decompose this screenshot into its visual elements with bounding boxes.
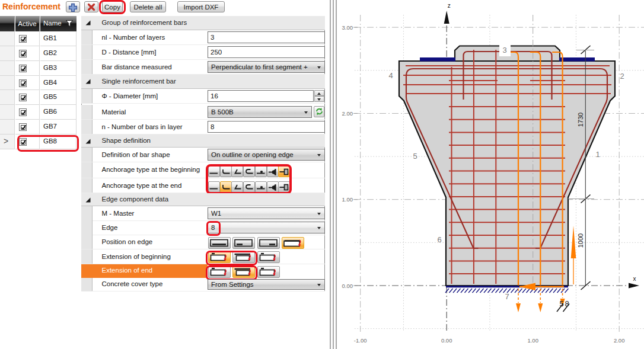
svg-text:x: x [633, 276, 636, 282]
svg-text:z: z [448, 2, 451, 9]
svg-text:4: 4 [388, 71, 393, 80]
svg-text:2: 2 [620, 72, 624, 81]
svg-text:1: 1 [595, 150, 600, 159]
svg-text:-1.00: -1.00 [354, 337, 367, 344]
svg-text:3: 3 [502, 46, 506, 55]
svg-text:5: 5 [413, 152, 417, 161]
svg-text:1730: 1730 [577, 113, 584, 127]
svg-text:2.00: 2.00 [614, 337, 625, 344]
svg-text:1000: 1000 [577, 233, 584, 248]
svg-text:2.00: 2.00 [342, 110, 353, 117]
svg-text:1.00: 1.00 [527, 337, 538, 344]
svg-text:0.00: 0.00 [342, 283, 353, 289]
svg-text:7: 7 [505, 292, 509, 301]
svg-text:0.00: 0.00 [441, 337, 452, 344]
svg-text:1.00: 1.00 [342, 196, 353, 203]
svg-text:3.00: 3.00 [342, 24, 353, 31]
svg-text:6: 6 [437, 235, 441, 244]
